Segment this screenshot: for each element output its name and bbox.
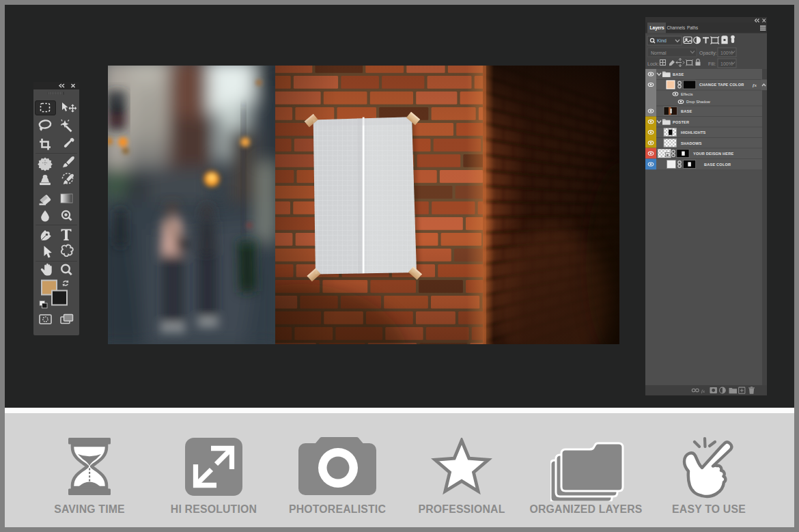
svg-text:Effects: Effects: [681, 92, 693, 96]
svg-text:BASE: BASE: [673, 72, 684, 76]
svg-text:Normal: Normal: [651, 51, 667, 55]
svg-text:BASE COLOR: BASE COLOR: [704, 163, 731, 167]
svg-text:fx: fx: [701, 389, 705, 394]
svg-text:SHADOWS: SHADOWS: [681, 141, 702, 145]
svg-text:YOUR DEISGN HERE: YOUR DEISGN HERE: [693, 152, 734, 156]
svg-text:Channels: Channels: [667, 25, 686, 30]
svg-text:POSTER: POSTER: [673, 120, 689, 124]
svg-text:Kind: Kind: [657, 38, 667, 43]
svg-text:Paths: Paths: [687, 25, 698, 30]
svg-text:Lock:: Lock:: [647, 61, 659, 66]
svg-text:HIGHLIGHTS: HIGHLIGHTS: [681, 130, 706, 135]
svg-text:fx: fx: [753, 83, 757, 88]
svg-text:BASE: BASE: [681, 109, 692, 113]
svg-text:Drop Shadow: Drop Shadow: [686, 100, 711, 104]
svg-text:100%: 100%: [720, 61, 733, 66]
svg-text:Opacity:: Opacity:: [699, 51, 717, 56]
svg-text:100%: 100%: [720, 51, 733, 55]
svg-text:Layers: Layers: [650, 25, 665, 31]
svg-text:CHANGE TAPE COLOR: CHANGE TAPE COLOR: [699, 83, 744, 87]
svg-text:Fill:: Fill:: [708, 61, 716, 66]
